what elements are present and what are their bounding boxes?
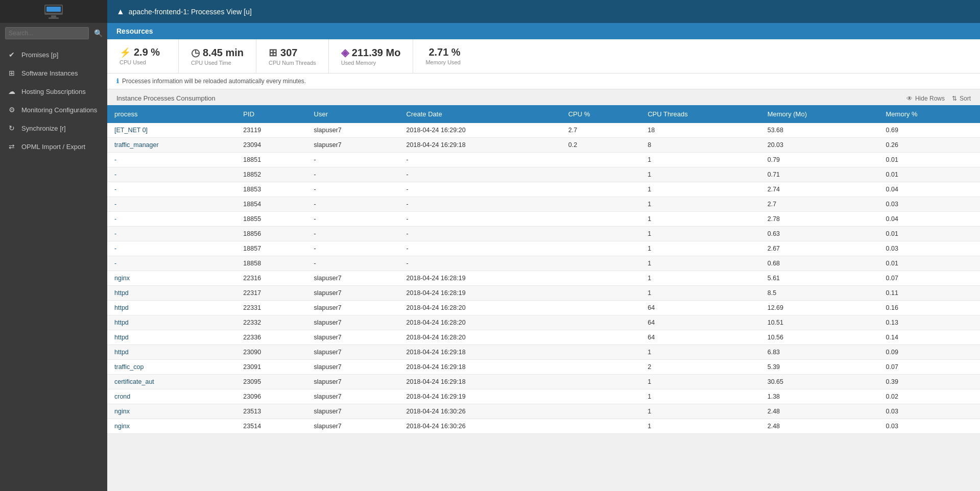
table-cell: 53.68: [760, 123, 879, 138]
table-cell: -: [307, 212, 399, 227]
table-cell: 20.03: [760, 138, 879, 153]
nav-icon-synchronize: ↻: [7, 124, 16, 132]
table-cell: 0.2: [561, 138, 640, 153]
table-cell: [561, 286, 640, 301]
col-header-memory--mo-[interactable]: Memory (Mo): [760, 105, 879, 123]
processes-table-wrapper: processPIDUserCreate DateCPU %CPU Thread…: [107, 105, 980, 434]
table-cell: 18: [640, 123, 760, 138]
info-text: Processes information will be reloaded a…: [122, 78, 306, 85]
nav-label-monitoring-configurations: Monitoring Configurations: [21, 106, 97, 114]
table-cell: 12.69: [760, 301, 879, 315]
metric-number-memory-pct: 2.71 %: [428, 46, 460, 58]
search-button[interactable]: 🔍: [92, 28, 105, 38]
table-cell: 23119: [236, 123, 306, 138]
table-cell: 2.7: [760, 197, 879, 212]
table-cell: 0.69: [879, 123, 980, 138]
metric-label-cpu-time: CPU Used Time: [191, 60, 244, 66]
metric-value-memory-pct: 2.71 %: [425, 46, 472, 58]
metric-value-memory-mo: ◈ 211.39 Mo: [341, 46, 401, 59]
table-row: -18856--10.630.01: [107, 227, 980, 241]
sidebar-item-synchronize[interactable]: ↻ Synchronize [r]: [0, 119, 107, 137]
table-cell: 1: [640, 153, 760, 167]
nav-label-opml-import-export: OPML Import / Export: [21, 143, 85, 151]
table-cell: -: [307, 227, 399, 241]
table-cell: httpd: [107, 330, 236, 345]
table-cell: 23513: [236, 404, 306, 419]
table-cell: 2018-04-24 16:28:19: [399, 271, 561, 286]
table-cell: -: [399, 212, 561, 227]
table-row: -18851--10.790.01: [107, 153, 980, 167]
table-cell: -: [107, 212, 236, 227]
table-cell: [561, 389, 640, 404]
up-arrow-icon: ▲: [116, 7, 125, 16]
table-cell: slapuser7: [307, 286, 399, 301]
metrics-bar: ⚡ 2.9 % CPU Used ◷ 8.45 min CPU Used Tim…: [107, 39, 980, 73]
table-cell: slapuser7: [307, 419, 399, 434]
table-row: nginx22316slapuser72018-04-24 16:28:1915…: [107, 271, 980, 286]
table-cell: [561, 167, 640, 182]
table-cell: -: [107, 227, 236, 241]
table-cell: nginx: [107, 271, 236, 286]
metric-value-cpu-threads: ⊞ 307: [269, 46, 316, 59]
table-cell: [561, 330, 640, 345]
sidebar-item-software-instances[interactable]: ⊞ Software Instances: [0, 64, 107, 82]
col-header-create-date[interactable]: Create Date: [399, 105, 561, 123]
table-cell: 0.01: [879, 227, 980, 241]
section-actions: 👁 Hide Rows ⇅ Sort: [906, 95, 971, 102]
search-bar: 🔍: [0, 23, 107, 43]
table-cell: 1: [640, 182, 760, 197]
table-cell: [561, 271, 640, 286]
metric-value-cpu-time: ◷ 8.45 min: [191, 46, 244, 59]
search-input[interactable]: [5, 27, 89, 39]
table-cell: [561, 360, 640, 375]
table-cell: [561, 241, 640, 256]
table-cell: 1: [640, 212, 760, 227]
col-header-user[interactable]: User: [307, 105, 399, 123]
nav-label-synchronize: Synchronize [r]: [21, 125, 66, 132]
table-cell: -: [107, 256, 236, 271]
resources-label: Resources: [116, 27, 153, 35]
sidebar-item-opml-import-export[interactable]: ⇄ OPML Import / Export: [0, 137, 107, 156]
table-cell: 0.03: [879, 419, 980, 434]
table-cell: 1: [640, 227, 760, 241]
table-header: processPIDUserCreate DateCPU %CPU Thread…: [107, 105, 980, 123]
table-cell: 1: [640, 167, 760, 182]
table-cell: [561, 419, 640, 434]
hide-rows-button[interactable]: 👁 Hide Rows: [906, 95, 945, 102]
table-cell: -: [107, 197, 236, 212]
table-row: -18855--12.780.04: [107, 212, 980, 227]
metric-icon-memory-mo: ◈: [341, 46, 349, 59]
table-cell: [561, 212, 640, 227]
table-row: httpd22317slapuser72018-04-24 16:28:1918…: [107, 286, 980, 301]
table-cell: 0.63: [760, 227, 879, 241]
sidebar-item-promises[interactable]: ✔ Promises [p]: [0, 45, 107, 64]
table-cell: 1: [640, 375, 760, 389]
hide-rows-label: Hide Rows: [915, 95, 945, 102]
col-header-memory--[interactable]: Memory %: [879, 105, 980, 123]
svg-rect-3: [51, 15, 56, 17]
table-row: httpd22336slapuser72018-04-24 16:28:2064…: [107, 330, 980, 345]
metric-cpu-threads: ⊞ 307 CPU Num Threads: [256, 39, 329, 73]
metric-icon-cpu-threads: ⊞: [269, 46, 277, 59]
col-header-pid[interactable]: PID: [236, 105, 306, 123]
table-row: -18854--12.70.03: [107, 197, 980, 212]
table-cell: -: [107, 182, 236, 197]
sidebar-item-monitoring-configurations[interactable]: ⚙ Monitoring Configurations: [0, 101, 107, 119]
table-cell: 0.68: [760, 256, 879, 271]
table-cell: 2.78: [760, 212, 879, 227]
col-header-cpu--[interactable]: CPU %: [561, 105, 640, 123]
sort-button[interactable]: ⇅ Sort: [952, 95, 971, 102]
table-row: -18857--12.670.03: [107, 241, 980, 256]
table-cell: 2: [640, 360, 760, 375]
col-header-process[interactable]: process: [107, 105, 236, 123]
table-cell: [561, 256, 640, 271]
section-title: Instance Processes Consumption: [116, 94, 216, 102]
col-header-cpu-threads[interactable]: CPU Threads: [640, 105, 760, 123]
sidebar-item-hosting-subscriptions[interactable]: ☁ Hosting Subscriptions: [0, 82, 107, 101]
table-cell: 23090: [236, 345, 306, 360]
table-cell: nginx: [107, 404, 236, 419]
table-cell: 2.67: [760, 241, 879, 256]
table-cell: [561, 182, 640, 197]
table-cell: 23094: [236, 138, 306, 153]
table-cell: 23095: [236, 375, 306, 389]
